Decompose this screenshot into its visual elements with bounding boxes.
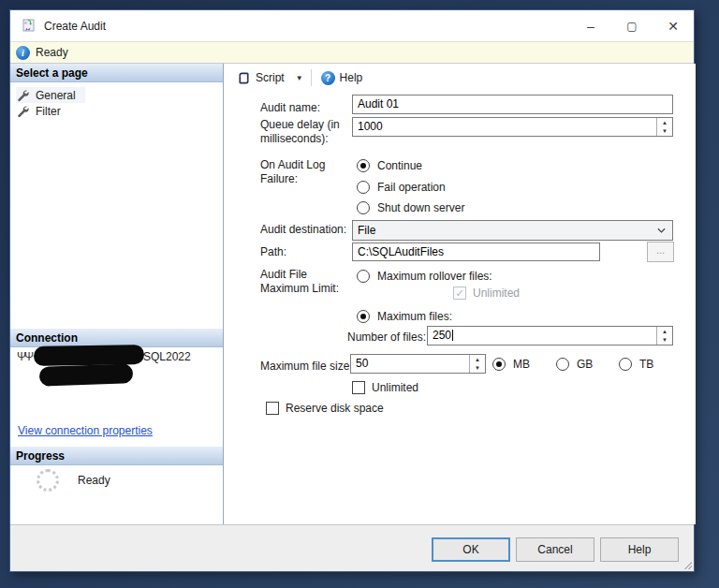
radio-maximum-rollover-files[interactable]: Maximum rollover files: bbox=[357, 270, 492, 283]
cancel-button[interactable]: Cancel bbox=[516, 537, 594, 562]
path-input[interactable]: C:\SQLAuditFiles bbox=[352, 243, 600, 261]
maximum-file-size-value: 50 bbox=[356, 357, 368, 370]
server-connection-icon: ΨΨ bbox=[17, 350, 32, 363]
checkbox-icon: ✓ bbox=[453, 287, 466, 300]
number-of-files-value: 250 bbox=[433, 329, 451, 342]
sidebar-item-label: General bbox=[36, 89, 76, 102]
ok-button[interactable]: OK bbox=[432, 537, 510, 562]
radio-label: Continue bbox=[377, 159, 422, 172]
text-cursor bbox=[452, 330, 453, 341]
radio-continue[interactable]: Continue bbox=[357, 159, 422, 172]
progress-spinner-icon bbox=[37, 469, 59, 492]
sidebar-item-filter[interactable]: Filter bbox=[16, 103, 61, 119]
app-icon bbox=[22, 19, 37, 34]
spin-down-icon[interactable]: ▼ bbox=[657, 127, 672, 137]
checkbox-size-unlimited[interactable]: Unlimited bbox=[352, 381, 418, 394]
spin-up-icon[interactable]: ▲ bbox=[657, 118, 672, 127]
main-panel: Script ▼ ? Help Audit name: Audit 01 Que… bbox=[225, 64, 696, 524]
radio-mb[interactable]: MB bbox=[492, 358, 530, 371]
checkbox-rollover-unlimited: ✓ Unlimited bbox=[453, 287, 520, 300]
help-icon: ? bbox=[321, 71, 335, 85]
audit-destination-value: File bbox=[358, 224, 375, 237]
checkbox-icon[interactable] bbox=[266, 402, 279, 415]
script-icon bbox=[237, 71, 251, 85]
maximize-icon[interactable]: ▢ bbox=[611, 10, 653, 41]
checkbox-label: Reserve disk space bbox=[286, 402, 384, 415]
spin-down-icon[interactable]: ▼ bbox=[657, 336, 672, 345]
checkbox-icon[interactable] bbox=[352, 381, 365, 394]
radio-label: MB bbox=[513, 358, 530, 371]
script-label: Script bbox=[256, 71, 285, 84]
audit-destination-dropdown[interactable]: File bbox=[352, 220, 673, 241]
radio-tb[interactable]: TB bbox=[619, 358, 653, 371]
radio-icon[interactable] bbox=[357, 201, 370, 214]
status-strip: i Ready bbox=[10, 41, 694, 64]
desktop-background: Create Audit – ▢ ✕ i Ready Select a page… bbox=[0, 0, 719, 588]
browse-button[interactable]: ... bbox=[647, 242, 674, 262]
progress-status-text: Ready bbox=[78, 474, 110, 487]
wrench-icon bbox=[16, 105, 29, 118]
help-button-footer[interactable]: Help bbox=[600, 537, 679, 562]
number-of-files-label: Number of files: bbox=[347, 331, 432, 345]
help-button[interactable]: ? Help bbox=[317, 68, 367, 88]
create-audit-dialog: Create Audit – ▢ ✕ i Ready Select a page… bbox=[9, 9, 695, 572]
audit-file-maximum-limit-label: Audit File Maximum Limit: bbox=[260, 268, 354, 296]
title-bar[interactable]: Create Audit – ▢ ✕ bbox=[10, 10, 694, 41]
queue-delay-value: 1000 bbox=[358, 120, 383, 133]
on-audit-log-failure-label: On Audit Log Failure: bbox=[260, 158, 354, 186]
radio-icon[interactable] bbox=[357, 159, 370, 172]
maximum-file-size-label: Maximum file size: bbox=[260, 360, 354, 374]
maximum-file-size-spinner[interactable]: ▲▼ bbox=[469, 355, 485, 373]
audit-name-label: Audit name: bbox=[260, 101, 354, 115]
help-label: Help bbox=[340, 71, 363, 84]
radio-maximum-files[interactable]: Maximum files: bbox=[357, 310, 452, 323]
radio-icon[interactable] bbox=[619, 358, 632, 371]
footer-bar: OK Cancel Help bbox=[10, 524, 694, 571]
checkbox-label: Unlimited bbox=[372, 381, 418, 394]
redacted-server-name bbox=[34, 345, 144, 366]
queue-delay-label: Queue delay (in milliseconds): bbox=[260, 118, 354, 146]
radio-icon[interactable] bbox=[357, 181, 370, 194]
spin-up-icon[interactable]: ▲ bbox=[470, 355, 485, 364]
toolbar-separator bbox=[311, 69, 312, 86]
maximum-file-size-input[interactable]: 50 ▲▼ bbox=[350, 354, 486, 374]
checkbox-reserve-disk-space[interactable]: Reserve disk space bbox=[266, 402, 384, 415]
view-connection-properties-link[interactable]: View connection properties bbox=[18, 424, 153, 437]
close-icon[interactable]: ✕ bbox=[653, 10, 694, 41]
chevron-down-icon bbox=[657, 228, 666, 234]
queue-delay-spinner[interactable]: ▲▼ bbox=[656, 118, 672, 136]
progress-header: Progress bbox=[10, 447, 223, 465]
dialog-body: Select a page General Filter Connection … bbox=[10, 64, 694, 524]
server-name-suffix: SQL2022 bbox=[143, 350, 191, 363]
info-icon: i bbox=[16, 46, 30, 60]
radio-icon[interactable] bbox=[492, 358, 506, 371]
toolbar: Script ▼ ? Help bbox=[225, 64, 696, 92]
number-of-files-input[interactable]: 250 ▲▼ bbox=[427, 326, 673, 345]
radio-label: Maximum files: bbox=[377, 310, 452, 323]
minimize-icon[interactable]: – bbox=[570, 10, 611, 41]
radio-shut-down-server[interactable]: Shut down server bbox=[357, 201, 464, 214]
script-button[interactable]: Script bbox=[233, 68, 288, 88]
sidebar: Select a page General Filter Connection … bbox=[10, 64, 224, 524]
radio-icon[interactable] bbox=[357, 310, 370, 323]
status-text: Ready bbox=[36, 46, 68, 59]
radio-label: TB bbox=[639, 358, 653, 371]
redacted-user-name bbox=[39, 363, 134, 386]
radio-label: Maximum rollover files: bbox=[377, 270, 492, 283]
queue-delay-input[interactable]: 1000 ▲▼ bbox=[352, 117, 673, 137]
number-of-files-spinner[interactable]: ▲▼ bbox=[656, 327, 672, 345]
spin-up-icon[interactable]: ▲ bbox=[657, 327, 672, 336]
spin-down-icon[interactable]: ▼ bbox=[470, 364, 485, 374]
radio-icon[interactable] bbox=[357, 270, 370, 283]
window-title: Create Audit bbox=[44, 20, 106, 33]
radio-gb[interactable]: GB bbox=[556, 358, 593, 371]
audit-name-input[interactable]: Audit 01 bbox=[352, 95, 673, 114]
audit-destination-label: Audit destination: bbox=[260, 223, 363, 237]
select-a-page-header: Select a page bbox=[10, 64, 223, 82]
script-dropdown-icon[interactable]: ▼ bbox=[294, 71, 305, 85]
resize-grip[interactable] bbox=[683, 561, 692, 569]
sidebar-item-general[interactable]: General bbox=[16, 87, 85, 103]
radio-icon[interactable] bbox=[556, 358, 569, 371]
window-controls: – ▢ ✕ bbox=[570, 10, 694, 41]
radio-fail-operation[interactable]: Fail operation bbox=[357, 181, 446, 194]
